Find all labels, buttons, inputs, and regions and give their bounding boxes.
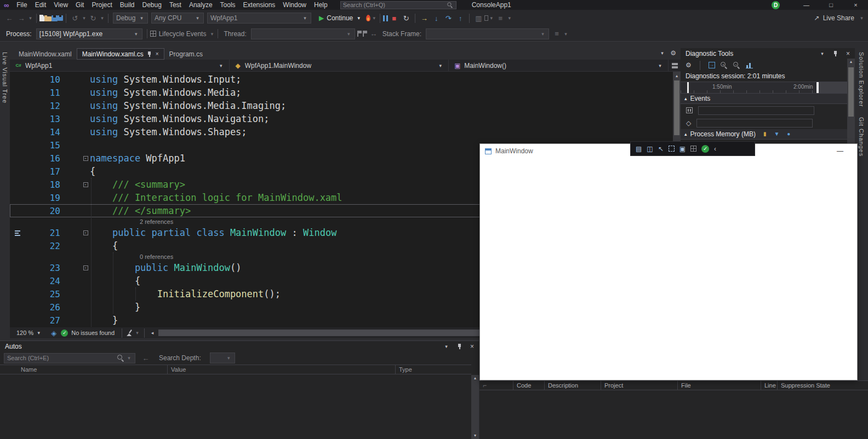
breakpoint-margin[interactable]	[10, 274, 25, 287]
breakpoint-margin[interactable]	[10, 287, 25, 301]
events-track[interactable]	[698, 106, 814, 115]
minimize-icon[interactable]: —	[794, 0, 819, 10]
bookmark-icon[interactable]	[484, 15, 488, 21]
fold-collapse-icon[interactable]: -	[83, 265, 88, 270]
error-column-description[interactable]: Description	[545, 381, 601, 390]
restart-icon[interactable]: ↻	[400, 12, 412, 24]
tool-tab-live-visual-tree[interactable]: Live Visual Tree	[2, 52, 8, 103]
breakpoint-margin[interactable]	[10, 191, 25, 204]
breakpoint-margin[interactable]	[10, 314, 25, 327]
error-list-body[interactable]	[479, 390, 868, 439]
split-editor-icon[interactable]	[672, 63, 678, 68]
scroll-up-icon[interactable]: ▴	[847, 60, 855, 64]
show-next-statement-icon[interactable]: →	[418, 12, 430, 24]
lifecycle-events-label[interactable]: Lifecycle Events	[159, 30, 207, 38]
close-icon[interactable]: ×	[843, 0, 868, 10]
collapse-icon[interactable]: ‹	[714, 146, 716, 152]
menu-view[interactable]: View	[50, 0, 72, 10]
tab-Program.cs[interactable]: Program.cs	[164, 48, 208, 60]
autos-column-name[interactable]: Name	[0, 365, 168, 374]
pin-icon[interactable]	[147, 51, 152, 57]
breakpoint-margin[interactable]	[10, 152, 25, 165]
breakpoint-margin[interactable]	[10, 226, 25, 239]
fold-collapse-icon[interactable]: -	[83, 156, 88, 161]
close-icon[interactable]: ×	[846, 50, 850, 57]
scroll-up-icon[interactable]: ▴	[673, 73, 681, 79]
breakpoint-margin[interactable]	[10, 204, 25, 217]
editor-info-icon[interactable]: ◈	[48, 327, 60, 339]
fold-collapse-icon[interactable]: -	[83, 230, 88, 235]
menu-analyze[interactable]: Analyze	[185, 0, 216, 10]
step-over-icon[interactable]: ↷	[442, 12, 454, 24]
breakpoint-margin[interactable]	[10, 178, 25, 191]
export-icon[interactable]	[709, 62, 715, 68]
scrollbar-thumb[interactable]	[158, 330, 490, 336]
search-depth-combo[interactable]	[210, 353, 235, 363]
menu-project[interactable]: Project	[88, 0, 116, 10]
solution-configuration-combo[interactable]: Debug	[113, 13, 148, 24]
navigate-forward-icon[interactable]: →	[15, 12, 27, 24]
section-expander-icon[interactable]: ▴	[684, 132, 687, 137]
timeline-ruler[interactable]: 1:50min 2:00min	[681, 82, 847, 94]
maximize-icon[interactable]: □	[819, 0, 843, 10]
stack-frame-combo[interactable]	[426, 28, 549, 39]
redo-icon[interactable]: ↻	[87, 12, 99, 24]
toolbar-overflow-icon[interactable]	[506, 15, 512, 21]
redo-dropdown-icon[interactable]	[99, 15, 105, 21]
breadcrumb-dropdown-1[interactable]: ◆WpfApp1.MainWindow	[230, 60, 449, 71]
step-into-icon[interactable]: ↓	[430, 12, 442, 24]
stack-frame-dropdown-icon[interactable]	[563, 31, 569, 37]
grid-overlay-icon[interactable]	[690, 146, 696, 152]
break-all-icon[interactable]	[383, 15, 388, 21]
back-arrow-icon[interactable]: ←	[140, 352, 152, 364]
tab-MainWindow.xaml.cs[interactable]: MainWindow.xaml.cs×	[77, 48, 164, 60]
autos-scrollbar[interactable]: ▴ ▾	[471, 375, 479, 439]
live-visual-tree-icon[interactable]: ▤	[636, 146, 642, 152]
autos-column-value[interactable]: Value	[168, 365, 396, 374]
breadcrumb-dropdown-2[interactable]: ▣MainWindow()	[449, 60, 669, 71]
menu-file[interactable]: File	[13, 0, 31, 10]
autos-titlebar[interactable]: Autos ×	[0, 341, 479, 351]
process-combo[interactable]: [15108] WpfApp1.exe	[36, 28, 142, 39]
scroll-up-icon[interactable]: ▴	[474, 376, 476, 380]
error-column-code[interactable]: Code	[513, 381, 545, 390]
error-column-line[interactable]: Line	[761, 381, 778, 390]
undo-dropdown-icon[interactable]	[81, 15, 87, 21]
error-column-project[interactable]: Project	[601, 381, 678, 390]
events-track[interactable]	[696, 119, 813, 128]
tool-tab-git-changes[interactable]: Git Changes	[858, 117, 865, 157]
pin-icon[interactable]	[833, 50, 838, 57]
autos-grid-body[interactable]	[0, 375, 471, 439]
pin-icon[interactable]	[457, 343, 462, 350]
menu-build[interactable]: Build	[116, 0, 139, 10]
account-avatar[interactable]: D	[772, 1, 780, 9]
lifecycle-dropdown-icon[interactable]	[209, 31, 215, 37]
menu-help[interactable]: Help	[310, 0, 332, 10]
hscroll-left-icon[interactable]: ◂	[149, 331, 156, 336]
hot-reload-icon[interactable]	[366, 15, 371, 22]
stack-frame-options-icon[interactable]: ≡	[551, 28, 563, 40]
fold-collapse-icon[interactable]: -	[83, 182, 88, 187]
minimize-icon[interactable]: —	[837, 148, 843, 154]
hot-reload-ok-icon[interactable]: ✓	[701, 145, 709, 153]
split-editor-control[interactable]	[669, 63, 681, 68]
scrollbar-thumb[interactable]	[848, 67, 854, 117]
breakpoint-margin[interactable]	[10, 327, 25, 327]
continue-dropdown-icon[interactable]	[356, 15, 362, 21]
navigate-backward-icon[interactable]: ←	[3, 12, 15, 24]
toolbar-options-icon[interactable]	[859, 15, 865, 21]
zoom-combo[interactable]: 120 %	[14, 328, 44, 338]
app-client-area[interactable]	[480, 158, 857, 380]
settings-gear-icon[interactable]: ⚙	[686, 62, 692, 68]
tool-tab-solution-explorer[interactable]: Solution Explorer	[858, 52, 865, 107]
menu-test[interactable]: Test	[165, 0, 185, 10]
diagnostics-titlebar[interactable]: Diagnostic Tools ×	[681, 48, 855, 59]
mainwindow-app[interactable]: MainWindow —	[479, 143, 858, 380]
active-files-dropdown-icon[interactable]	[659, 50, 665, 56]
hot-reload-dropdown-icon[interactable]	[371, 15, 377, 21]
breadcrumb-dropdown-0[interactable]: C#WpfApp1	[10, 60, 230, 71]
quick-search[interactable]: Search (Ctrl+Q)	[340, 1, 456, 9]
new-file-icon[interactable]	[39, 15, 44, 21]
zoom-in-icon[interactable]: +	[721, 62, 728, 69]
error-column-suppression-state[interactable]: Suppression State	[778, 381, 868, 390]
